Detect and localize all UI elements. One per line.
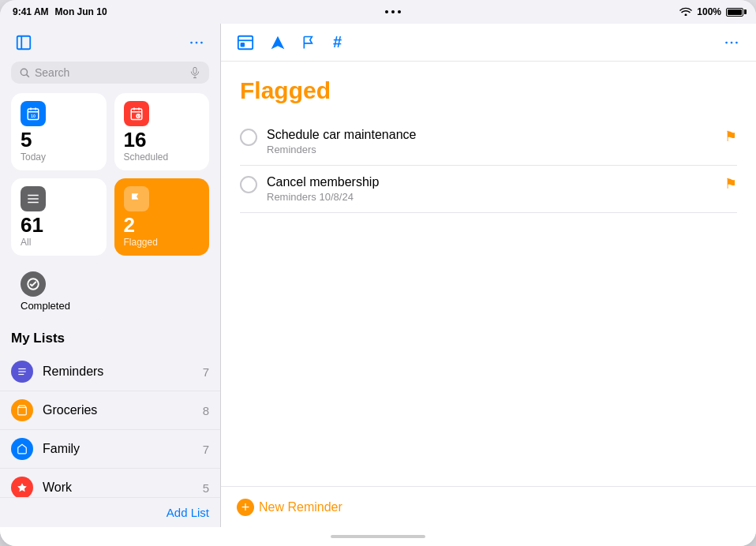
battery-percent: 100% [697, 6, 721, 17]
flagged-label: Flagged [124, 237, 200, 248]
groceries-icon [11, 399, 33, 421]
groceries-name: Groceries [43, 403, 203, 417]
all-count: 61 [21, 215, 97, 235]
reminder-item-2: Cancel membership Reminders 10/8/24 ⚑ [240, 166, 737, 213]
completed-icon [21, 271, 46, 297]
family-name: Family [43, 442, 203, 456]
status-date: Mon Jun 10 [55, 6, 107, 17]
list-item-work[interactable]: Work 5 [0, 469, 220, 497]
wifi-icon [679, 6, 692, 18]
work-icon [11, 477, 33, 497]
search-bar[interactable] [11, 62, 209, 84]
toolbar-location-icon[interactable] [270, 35, 286, 50]
sidebar-header [0, 24, 220, 62]
dot3 [398, 10, 401, 13]
dot2 [391, 10, 395, 13]
svg-marker-25 [17, 483, 27, 492]
search-icon [19, 67, 30, 78]
toolbar-icons: # [237, 33, 342, 51]
completed-label: Completed [21, 300, 97, 312]
sidebar-footer: Add List [0, 497, 220, 527]
star-icon [17, 482, 28, 493]
reminder-checkbox-1[interactable] [240, 129, 257, 146]
svg-rect-15 [131, 109, 142, 120]
toolbar-hash-icon[interactable]: # [333, 33, 342, 51]
status-time: 9:41 AM [13, 6, 49, 17]
svg-text:10: 10 [31, 114, 36, 118]
new-reminder-plus-icon: + [237, 499, 254, 516]
main-panel: # Flagged Schedule car mainte [221, 24, 756, 527]
flagged-count: 2 [124, 215, 200, 235]
completed-row: Completed [0, 264, 220, 327]
scheduled-count: 16 [124, 129, 200, 150]
svg-point-32 [731, 41, 733, 43]
toolbar-more-button[interactable] [723, 34, 740, 51]
reminders-icon [11, 361, 33, 383]
groceries-count: 8 [203, 404, 209, 417]
all-icon [21, 186, 46, 211]
list-items: Reminders 7 Groceries 8 [0, 353, 220, 497]
status-bar: 9:41 AM Mon Jun 10 100% [0, 0, 756, 24]
scheduled-icon [124, 101, 149, 126]
today-card[interactable]: 10 5 Today [11, 93, 107, 170]
list-item-reminders[interactable]: Reminders 7 [0, 353, 220, 391]
svg-rect-0 [17, 36, 31, 50]
svg-rect-30 [241, 43, 245, 46]
main-content: 10 5 Today [0, 24, 756, 527]
reminder-text-2: Cancel membership Reminders 10/8/24 [267, 175, 715, 203]
reminder-checkbox-2[interactable] [240, 176, 257, 193]
calendar-icon: 10 [26, 107, 40, 121]
sidebar-more-button[interactable] [184, 30, 209, 55]
dot1 [385, 10, 388, 13]
search-input[interactable] [35, 66, 184, 79]
reminder-flag-2: ⚑ [724, 175, 737, 193]
reminders-count: 7 [203, 365, 209, 379]
svg-point-5 [21, 69, 27, 75]
scheduled-card[interactable]: 16 Scheduled [114, 93, 210, 170]
scheduled-label: Scheduled [124, 151, 200, 163]
svg-point-4 [200, 42, 203, 44]
reminder-sub-2: Reminders 10/8/24 [267, 191, 715, 203]
tray-icon [26, 192, 40, 206]
family-icon [11, 438, 33, 460]
my-lists-header: My Lists [0, 327, 220, 353]
all-card[interactable]: 61 All [11, 178, 107, 256]
work-name: Work [43, 481, 203, 495]
checkmark-circle-icon [26, 277, 40, 291]
work-count: 5 [203, 481, 209, 495]
svg-line-6 [27, 75, 29, 77]
device-frame: 9:41 AM Mon Jun 10 100% [0, 0, 756, 546]
reminders-name: Reminders [43, 365, 203, 379]
today-label: Today [21, 151, 97, 163]
family-count: 7 [203, 443, 209, 456]
list-item-groceries[interactable]: Groceries 8 [0, 391, 220, 430]
svg-point-3 [196, 42, 198, 44]
panel-content: Flagged Schedule car maintenance Reminde… [221, 62, 756, 486]
toolbar-calendar-icon[interactable] [237, 34, 254, 51]
sidebar-toggle-button[interactable] [11, 30, 36, 55]
all-label: All [21, 237, 97, 248]
list-item-family[interactable]: Family 7 [0, 430, 220, 469]
toolbar-flag-icon[interactable] [301, 35, 317, 50]
reminder-text-1: Schedule car maintenance Reminders [267, 128, 715, 155]
reminder-title-2: Cancel membership [267, 175, 715, 189]
status-left: 9:41 AM Mon Jun 10 [13, 6, 107, 17]
reminder-item-1: Schedule car maintenance Reminders ⚑ [240, 118, 737, 166]
new-reminder-button[interactable]: + New Reminder [237, 499, 342, 516]
svg-rect-7 [193, 67, 196, 73]
today-count: 5 [21, 129, 97, 150]
svg-point-33 [735, 41, 738, 43]
status-center [385, 10, 401, 13]
completed-card[interactable]: Completed [11, 264, 107, 320]
flagged-card[interactable]: 2 Flagged [114, 178, 210, 256]
home-bar [331, 535, 425, 538]
flag-fill-icon [129, 192, 144, 206]
microphone-icon[interactable] [189, 66, 201, 79]
sidebar: 10 5 Today [0, 24, 221, 527]
svg-rect-28 [238, 36, 253, 49]
svg-point-31 [725, 41, 728, 43]
new-reminder-label: New Reminder [259, 500, 342, 514]
calendar-clock-icon [129, 107, 144, 121]
add-list-button[interactable]: Add List [167, 506, 209, 519]
reminder-flag-1: ⚑ [724, 128, 737, 145]
